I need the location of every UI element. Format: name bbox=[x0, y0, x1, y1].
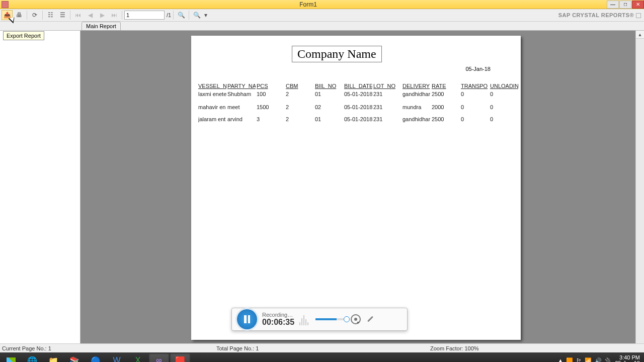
brand-label: SAP CRYSTAL REPORTS® bbox=[558, 12, 641, 18]
start-button[interactable] bbox=[1, 353, 21, 362]
window-title: Form1 bbox=[10, 1, 606, 8]
tray-up-icon[interactable]: ▲ bbox=[558, 357, 564, 362]
next-page-button[interactable]: ▶ bbox=[97, 10, 108, 20]
app-icon bbox=[2, 1, 9, 8]
col-header: BILL_DATE bbox=[344, 83, 372, 90]
report-date: 05-Jan-18 bbox=[465, 66, 491, 72]
vertical-scrollbar[interactable]: ▲ bbox=[635, 31, 644, 343]
last-page-button[interactable]: ⏭ bbox=[109, 10, 120, 20]
report-page: Company Name 05-Jan-18 VESSEL_NPARTY_NAP… bbox=[191, 36, 521, 340]
page-number-input[interactable] bbox=[124, 11, 165, 20]
taskbar-excel[interactable]: X bbox=[128, 353, 148, 362]
table-row: mahavir enmeet150020205-01-2018231mundra… bbox=[198, 99, 518, 110]
tab-main-report[interactable]: Main Report bbox=[82, 22, 121, 31]
taskbar-visualstudio[interactable]: ∞ bbox=[149, 353, 169, 362]
col-header: CBM bbox=[286, 83, 314, 90]
close-button[interactable]: ✕ bbox=[632, 1, 644, 9]
annotate-button[interactable] bbox=[366, 315, 375, 324]
tray-net-icon[interactable]: 📶 bbox=[585, 357, 592, 363]
status-current-page: Current Page No.: 1 bbox=[0, 345, 216, 351]
tray-app-icon[interactable]: 🟧 bbox=[566, 357, 573, 363]
taskbar-ie[interactable]: 🌐 bbox=[22, 353, 42, 362]
col-header: VESSEL_N bbox=[198, 83, 226, 90]
screen-recorder-overlay: Recording… 00:06:35 + bbox=[231, 308, 408, 331]
toggle-params-button[interactable]: ☰ bbox=[57, 10, 68, 20]
col-header: TRANSPO bbox=[461, 83, 489, 90]
export-button[interactable]: 📤 bbox=[2, 10, 13, 20]
volume-slider[interactable] bbox=[315, 318, 346, 320]
taskbar-winrar[interactable]: 📚 bbox=[64, 353, 85, 362]
tray-power-icon[interactable]: 🔌 bbox=[605, 357, 612, 363]
col-header: DELIVERY bbox=[403, 83, 431, 90]
tray-flag-icon[interactable]: 🏳 bbox=[576, 357, 582, 362]
zoom-button[interactable]: 🔍 bbox=[191, 10, 202, 20]
taskbar-word[interactable]: W bbox=[107, 353, 127, 362]
scroll-up-icon[interactable]: ▲ bbox=[636, 31, 644, 39]
col-header: BIIL_NO bbox=[315, 83, 343, 90]
pause-icon bbox=[244, 315, 250, 323]
col-header: PCS bbox=[257, 83, 285, 90]
minimize-button[interactable]: — bbox=[607, 1, 619, 9]
col-header: LOT_NO bbox=[373, 83, 401, 90]
toggle-tree-button[interactable]: ☷ bbox=[45, 10, 56, 20]
status-total-page: Total Page No.: 1 bbox=[216, 345, 430, 351]
table-row: laxmi eneteShubham10020105-01-2018231gan… bbox=[198, 91, 518, 98]
report-viewer[interactable]: Company Name 05-Jan-18 VESSEL_NPARTY_NAP… bbox=[80, 31, 644, 343]
pause-recording-button[interactable] bbox=[237, 309, 257, 329]
export-tooltip: Export Report bbox=[3, 31, 44, 40]
table-row: jalaram entarvind320105-01-2018231gandhi… bbox=[198, 111, 518, 122]
recording-label: Recording… bbox=[262, 312, 294, 318]
tray-clock[interactable]: 3:40 PM 05-Jan-18 bbox=[615, 355, 640, 362]
col-header: PARTY_NA bbox=[227, 83, 256, 90]
first-page-button[interactable]: ⏮ bbox=[72, 10, 84, 20]
taskbar-chrome[interactable]: 🔵 bbox=[86, 353, 106, 362]
status-bar: Current Page No.: 1 Total Page No.: 1 Zo… bbox=[0, 343, 644, 352]
taskbar-form-app[interactable]: 🟥 bbox=[170, 353, 190, 362]
recording-time: 00:06:35 bbox=[262, 318, 294, 327]
maximize-button[interactable]: □ bbox=[619, 1, 631, 9]
taskbar-explorer[interactable]: 📁 bbox=[43, 353, 63, 362]
page-total-label: /1 bbox=[167, 12, 171, 18]
add-webcam-button[interactable]: + bbox=[351, 314, 361, 324]
col-header: UNLOADIN bbox=[490, 83, 518, 90]
company-title: Company Name bbox=[292, 46, 382, 62]
status-zoom: Zoom Factor: 100% bbox=[430, 345, 644, 351]
zoom-dropdown[interactable]: ▾ bbox=[203, 10, 208, 20]
tray-vol-icon[interactable]: 🔊 bbox=[595, 357, 602, 363]
col-header: RATE bbox=[432, 83, 460, 90]
report-table: VESSEL_NPARTY_NAPCSCBMBIIL_NOBILL_DATELO… bbox=[197, 82, 519, 123]
print-button[interactable]: 🖶 bbox=[14, 10, 25, 20]
prev-page-button[interactable]: ◀ bbox=[85, 10, 96, 20]
report-toolbar: 📤 🖶 ⟳ ☷ ☰ ⏮ ◀ ▶ ⏭ /1 🔍 🔍 ▾ SAP CRYSTAL R… bbox=[0, 9, 644, 22]
windows-taskbar[interactable]: 🌐 📁 📚 🔵 W X ∞ 🟥 ▲ 🟧 🏳 📶 🔊 🔌 3:40 PM 05-J… bbox=[0, 352, 644, 362]
group-tree-panel bbox=[0, 31, 80, 343]
refresh-button[interactable]: ⟳ bbox=[29, 10, 40, 20]
audio-level-icon bbox=[299, 313, 310, 325]
find-button[interactable]: 🔍 bbox=[176, 10, 187, 20]
